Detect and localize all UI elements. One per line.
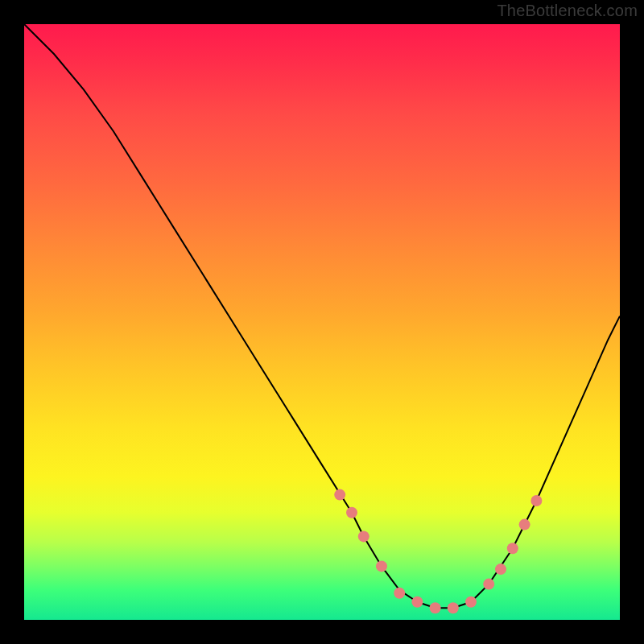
threshold-dots xyxy=(334,489,542,614)
bottleneck-curve xyxy=(24,24,620,608)
threshold-dot xyxy=(376,560,387,572)
threshold-dot xyxy=(483,579,494,590)
chart-svg xyxy=(24,24,620,620)
threshold-dot xyxy=(358,530,369,542)
threshold-dot xyxy=(430,602,441,613)
threshold-dot xyxy=(346,507,357,518)
chart-frame xyxy=(18,18,626,626)
threshold-dot xyxy=(519,519,530,530)
threshold-dot xyxy=(448,602,459,613)
threshold-dot xyxy=(394,588,405,599)
chart-plot-area xyxy=(24,24,620,620)
watermark-text: TheBottleneck.com xyxy=(497,2,638,20)
threshold-dot xyxy=(495,564,506,575)
threshold-dot xyxy=(334,489,345,501)
threshold-dot xyxy=(507,543,518,554)
threshold-dot xyxy=(530,495,542,506)
threshold-dot xyxy=(411,597,423,608)
threshold-dot xyxy=(465,597,477,608)
